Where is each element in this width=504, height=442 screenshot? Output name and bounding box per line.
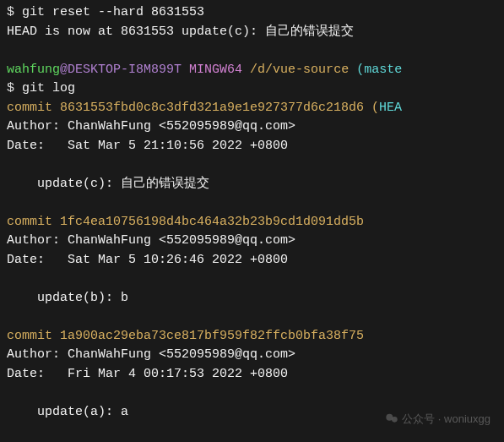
prompt-space2 <box>242 63 250 77</box>
prompt-dollar: $ <box>7 5 22 19</box>
commit-hash: 1fc4ea10756198d4bc464a32b23b9cd1d091dd5b <box>60 215 364 229</box>
watermark-text: 公众号 · woniuxgg <box>402 411 490 428</box>
date-line-1: Date: Sat Mar 5 21:10:56 2022 +0800 <box>7 137 497 156</box>
reset-output: HEAD is now at 8631553 update(c): 自己的错误提… <box>7 23 497 42</box>
blank-line <box>7 384 497 403</box>
command-line-reset: $ git reset --hard 8631553 <box>7 3 497 23</box>
blank-line <box>7 41 497 61</box>
prompt-host: DESKTOP-I8M899T <box>68 63 182 77</box>
blank-line <box>7 156 497 175</box>
date-line-3: Date: Fri Mar 4 00:17:53 2022 +0800 <box>7 365 497 385</box>
commit-line-1: commit 8631553fbd0c8c3dfd321a9e1e927377d… <box>7 99 497 118</box>
blank-line <box>7 270 497 289</box>
prompt-at: @ <box>60 63 68 77</box>
shell-prompt: wahfung@DESKTOP-I8M899T MINGW64 /d/vue-s… <box>7 61 497 80</box>
commit-label: commit <box>7 329 60 343</box>
commit-msg-1: update(c): 自己的错误提交 <box>7 175 497 194</box>
commit-hash: 8631553fbd0c8c3dfd321a9e1e927377d6c218d6 <box>60 101 364 115</box>
commit-line-2: commit 1fc4ea10756198d4bc464a32b23b9cd1d… <box>7 213 497 232</box>
blank-line <box>7 194 497 213</box>
author-line-3: Author: ChanWahFung <552095989@qq.com> <box>7 346 497 365</box>
command-text: git log <box>22 81 75 95</box>
command-text: git reset --hard 8631553 <box>22 5 204 19</box>
head-ref: HEA <box>379 101 402 115</box>
date-line-2: Date: Sat Mar 5 10:26:46 2022 +0800 <box>7 251 497 270</box>
author-line-2: Author: ChanWahFung <552095989@qq.com> <box>7 232 497 251</box>
commit-msg-2: update(b): b <box>7 289 497 308</box>
commit-label: commit <box>7 215 60 229</box>
command-line-log: $ git log <box>7 79 497 99</box>
prompt-branch: (maste <box>356 63 402 77</box>
blank-line <box>7 308 497 327</box>
commit-hash: 1a900ac29eba73ce817bf959f82ffcb0bfa38f75 <box>60 329 364 343</box>
commit-label: commit <box>7 101 60 115</box>
prompt-space <box>182 63 189 77</box>
prompt-mingw: MINGW64 <box>189 63 242 77</box>
prompt-user: wahfung <box>7 63 60 77</box>
author-line-1: Author: ChanWahFung <552095989@qq.com> <box>7 117 497 137</box>
prompt-path: /d/vue-source <box>250 63 349 77</box>
commit-paren: ( <box>364 101 379 115</box>
commit-line-3: commit 1a900ac29eba73ce817bf959f82ffcb0b… <box>7 327 497 347</box>
prompt-dollar: $ <box>7 81 22 95</box>
svg-point-1 <box>392 417 398 423</box>
watermark: 公众号 · woniuxgg <box>385 411 490 428</box>
prompt-space3 <box>349 63 356 77</box>
wechat-icon <box>385 412 398 425</box>
